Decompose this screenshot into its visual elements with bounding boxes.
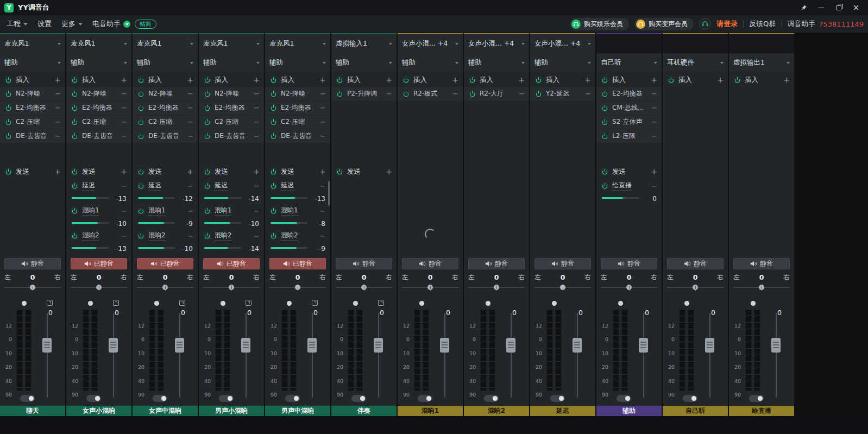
monitor-icon[interactable] bbox=[47, 300, 53, 306]
restore-icon[interactable] bbox=[830, 1, 847, 15]
remove-insert-button[interactable]: − bbox=[320, 133, 326, 140]
insert-item[interactable]: N2-降噪− bbox=[133, 87, 198, 100]
fader-handle[interactable] bbox=[506, 338, 515, 353]
channel-toggle[interactable] bbox=[484, 395, 499, 402]
mute-button[interactable]: 已静音 bbox=[137, 258, 193, 269]
pan-slider[interactable] bbox=[667, 282, 724, 293]
pin-icon[interactable] bbox=[795, 1, 813, 15]
insert-item[interactable]: DE-去齿音− bbox=[265, 129, 330, 143]
minimize-icon[interactable] bbox=[813, 1, 830, 15]
add-send-button[interactable]: + bbox=[253, 168, 260, 175]
pan-slider[interactable] bbox=[203, 282, 260, 293]
power-icon[interactable] bbox=[336, 90, 344, 98]
power-icon[interactable] bbox=[4, 90, 12, 98]
input-selector[interactable]: 虚拟输入1 bbox=[331, 34, 397, 53]
power-icon[interactable] bbox=[71, 207, 79, 215]
remove-insert-button[interactable]: − bbox=[254, 104, 260, 111]
channel-toggle[interactable] bbox=[153, 395, 167, 402]
pan-slider[interactable] bbox=[336, 282, 392, 293]
send-level-slider[interactable] bbox=[138, 197, 175, 199]
insert-item[interactable]: DE-去齿音− bbox=[0, 129, 65, 143]
pan-knob[interactable] bbox=[427, 285, 433, 290]
remove-send-button[interactable]: − bbox=[254, 207, 260, 215]
fader-track[interactable] bbox=[776, 313, 777, 398]
insert-item[interactable]: DE-去齿音− bbox=[199, 129, 264, 143]
remove-insert-button[interactable]: − bbox=[585, 90, 591, 97]
power-icon[interactable] bbox=[137, 168, 145, 176]
pan-knob[interactable] bbox=[759, 285, 764, 290]
add-insert-button[interactable]: + bbox=[121, 76, 127, 84]
channel-toggle[interactable] bbox=[749, 395, 764, 402]
remove-insert-button[interactable]: − bbox=[320, 90, 326, 97]
fader-handle[interactable] bbox=[42, 338, 52, 353]
power-icon[interactable] bbox=[203, 104, 211, 112]
insert-item[interactable]: C2-压缩− bbox=[0, 115, 65, 129]
mute-button[interactable]: 静音 bbox=[336, 258, 392, 269]
remove-send-button[interactable]: − bbox=[651, 183, 657, 190]
bus-selector[interactable]: 辅助 bbox=[331, 54, 397, 72]
add-send-button[interactable]: + bbox=[187, 168, 193, 175]
remove-insert-button[interactable]: − bbox=[187, 104, 193, 111]
channel-toggle[interactable] bbox=[683, 395, 697, 402]
power-icon[interactable] bbox=[137, 104, 145, 112]
fader-track[interactable] bbox=[179, 313, 180, 398]
send-level-slider[interactable] bbox=[204, 222, 241, 224]
buy-voice-member-button[interactable]: 购买变声会员 bbox=[634, 18, 694, 30]
add-insert-button[interactable]: + bbox=[584, 76, 591, 84]
send-level-slider[interactable] bbox=[72, 247, 109, 249]
fader-track[interactable] bbox=[47, 313, 48, 398]
pan-slider[interactable] bbox=[468, 282, 525, 293]
input-selector[interactable]: 麦克风1 bbox=[199, 34, 264, 53]
remove-insert-button[interactable]: − bbox=[254, 118, 260, 125]
power-icon[interactable] bbox=[71, 76, 79, 84]
remove-insert-button[interactable]: − bbox=[386, 90, 392, 97]
send-level-slider[interactable] bbox=[138, 247, 175, 249]
pan-knob[interactable] bbox=[560, 285, 565, 290]
fader-track[interactable] bbox=[113, 313, 114, 398]
input-selector[interactable]: 麦克风1 bbox=[66, 34, 131, 53]
power-icon[interactable] bbox=[601, 104, 609, 112]
add-insert-button[interactable]: + bbox=[319, 76, 326, 84]
mute-button[interactable]: 静音 bbox=[468, 258, 525, 269]
remove-insert-button[interactable]: − bbox=[121, 133, 127, 140]
pan-knob[interactable] bbox=[229, 285, 234, 290]
insert-item[interactable]: E2-均衡器− bbox=[199, 101, 264, 115]
channel-toggle[interactable] bbox=[351, 395, 366, 402]
send-level-slider[interactable] bbox=[72, 197, 109, 199]
channel-toggle[interactable] bbox=[550, 395, 565, 402]
power-icon[interactable] bbox=[4, 132, 12, 140]
remove-send-button[interactable]: − bbox=[121, 232, 127, 240]
power-icon[interactable] bbox=[733, 76, 741, 84]
power-icon[interactable] bbox=[601, 76, 609, 84]
menu-project[interactable]: 工程 bbox=[7, 19, 28, 29]
bus-selector[interactable]: 辅助 bbox=[265, 54, 330, 72]
power-icon[interactable] bbox=[402, 90, 410, 98]
insert-item[interactable]: N2-降噪− bbox=[0, 87, 65, 100]
pan-slider[interactable] bbox=[4, 282, 61, 293]
insert-item[interactable]: N2-降噪− bbox=[66, 87, 131, 100]
channel-toggle[interactable] bbox=[86, 395, 101, 402]
insert-item[interactable]: R2-板式− bbox=[398, 87, 463, 100]
power-icon[interactable] bbox=[137, 76, 145, 84]
fader-handle[interactable] bbox=[241, 338, 250, 353]
clip-indicator[interactable] bbox=[486, 301, 490, 306]
bus-selector[interactable]: 自己听 bbox=[596, 54, 662, 72]
remove-send-button[interactable]: − bbox=[320, 183, 326, 190]
mode-badge[interactable]: 精简 bbox=[135, 20, 156, 29]
power-icon[interactable] bbox=[468, 90, 476, 98]
send-level-slider[interactable] bbox=[602, 197, 639, 199]
power-icon[interactable] bbox=[4, 118, 12, 126]
clip-indicator[interactable] bbox=[154, 301, 159, 306]
send-level-slider[interactable] bbox=[271, 247, 307, 249]
power-icon[interactable] bbox=[601, 168, 609, 176]
remove-insert-button[interactable]: − bbox=[254, 133, 260, 140]
bus-selector[interactable]: 辅助 bbox=[464, 54, 529, 72]
insert-item[interactable]: E2-均衡器− bbox=[133, 101, 198, 115]
fader-track[interactable] bbox=[444, 313, 445, 398]
power-icon[interactable] bbox=[71, 90, 79, 98]
bus-selector[interactable]: 辅助 bbox=[133, 54, 198, 72]
power-icon[interactable] bbox=[203, 182, 211, 190]
remove-insert-button[interactable]: − bbox=[55, 133, 61, 140]
bus-selector[interactable]: 辅助 bbox=[66, 54, 131, 72]
add-insert-button[interactable]: + bbox=[187, 76, 193, 84]
